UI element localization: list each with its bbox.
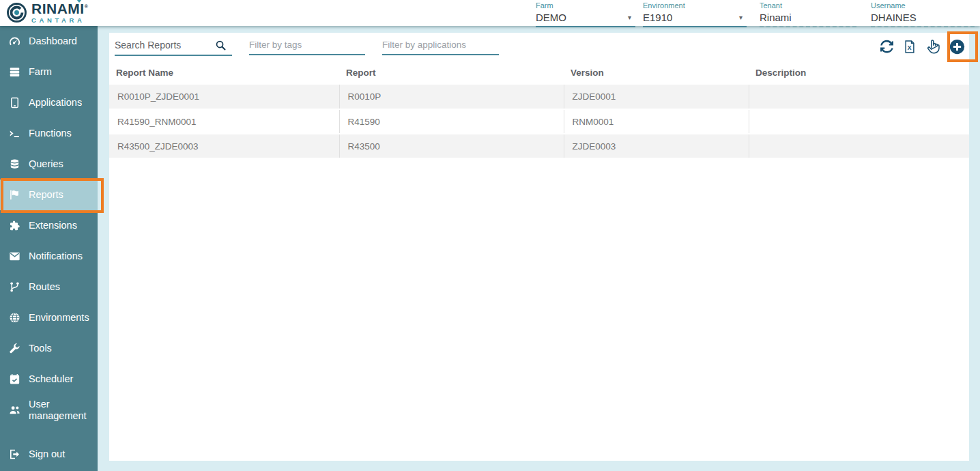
filter-applications-input[interactable] bbox=[382, 37, 499, 54]
sign-out-icon bbox=[8, 448, 23, 461]
table-cell: R0010P_ZJDE0001 bbox=[109, 85, 339, 109]
column-header-report-name: Report Name bbox=[109, 60, 339, 85]
field-label: Tenant bbox=[760, 1, 856, 10]
table-cell: R0010P bbox=[339, 85, 564, 109]
sidebar-item-dashboard[interactable]: Dashboard bbox=[0, 26, 98, 57]
database-icon bbox=[8, 158, 23, 171]
refresh-icon bbox=[879, 39, 895, 55]
table-cell bbox=[749, 109, 969, 134]
dropdown-arrow-icon: ▾ bbox=[739, 14, 745, 21]
header-field-username: Username DHAINES bbox=[871, 1, 975, 27]
terminal-icon bbox=[8, 127, 23, 140]
brand-logo: RINAMI® CANTARA bbox=[5, 1, 88, 24]
header-field-tenant: Tenant Rinami bbox=[760, 1, 856, 27]
field-value: Rinami bbox=[760, 12, 792, 23]
farm-select[interactable]: DEMO ▾ bbox=[536, 10, 635, 27]
reports-table: Report NameReportVersionDescription R001… bbox=[109, 60, 969, 159]
hand-pointer-button[interactable] bbox=[925, 38, 941, 55]
sidebar: Dashboard Farm Applications Functions Qu… bbox=[0, 26, 98, 471]
dropdown-arrow-icon: ▾ bbox=[628, 14, 634, 21]
header-field-farm: Farm DEMO ▾ bbox=[536, 1, 635, 27]
field-label: Farm bbox=[536, 1, 635, 10]
table-row[interactable]: R41590_RNM0001R41590RNM0001 bbox=[109, 109, 969, 134]
sidebar-item-reports[interactable]: Reports bbox=[0, 180, 98, 210]
table-row[interactable]: R0010P_ZJDE0001R0010PZJDE0001 bbox=[109, 85, 969, 109]
field-value: DEMO bbox=[536, 12, 566, 23]
field-label: Environment bbox=[643, 1, 747, 10]
excel-export-icon: X bbox=[902, 39, 917, 55]
brand-logo-icon bbox=[5, 1, 28, 24]
sidebar-item-tools[interactable]: Tools bbox=[0, 333, 98, 364]
filter-tags-field bbox=[249, 37, 365, 55]
field-value: DHAINES bbox=[871, 12, 917, 23]
brand-name: RINAMI® bbox=[31, 1, 88, 16]
sidebar-item-farm[interactable]: Farm bbox=[0, 57, 98, 87]
reports-panel: X Report NameReportVersionDescription R0… bbox=[109, 33, 969, 461]
table-cell: R43500_ZJDE0003 bbox=[109, 134, 339, 158]
table-cell: ZJDE0003 bbox=[564, 134, 749, 158]
sidebar-item-user-management[interactable]: User management bbox=[0, 395, 98, 425]
field-label: Username bbox=[871, 1, 975, 10]
users-icon bbox=[8, 403, 23, 416]
sidebar-nav: Dashboard Farm Applications Functions Qu… bbox=[0, 26, 98, 425]
field-value: E1910 bbox=[643, 12, 672, 23]
top-header: RINAMI® CANTARA Farm DEMO ▾ Environment … bbox=[0, 0, 980, 26]
sidebar-item-routes[interactable]: Routes bbox=[0, 272, 98, 302]
flag-icon bbox=[8, 188, 23, 201]
tablet-icon bbox=[8, 96, 23, 109]
table-cell bbox=[749, 85, 969, 109]
search-input[interactable] bbox=[115, 37, 214, 55]
brand-i-mark-icon bbox=[76, 0, 82, 3]
table-cell: R41590 bbox=[339, 109, 564, 134]
table-cell: ZJDE0001 bbox=[564, 85, 749, 109]
username-value: DHAINES bbox=[871, 10, 975, 27]
table-cell: R43500 bbox=[339, 134, 564, 158]
gauge-icon bbox=[8, 35, 23, 48]
hand-pointer-icon bbox=[925, 38, 941, 55]
environment-select[interactable]: E1910 ▾ bbox=[643, 10, 747, 27]
table-cell bbox=[749, 134, 969, 158]
wrench-icon bbox=[8, 342, 23, 355]
table-row[interactable]: R43500_ZJDE0003R43500ZJDE0003 bbox=[109, 134, 969, 158]
table-cell: R41590_RNM0001 bbox=[109, 109, 339, 134]
puzzle-icon bbox=[8, 219, 23, 232]
search-button[interactable] bbox=[214, 38, 227, 53]
search-field bbox=[115, 37, 232, 56]
tenant-value: Rinami bbox=[760, 10, 856, 27]
filter-tags-input[interactable] bbox=[249, 37, 365, 54]
table-header-row: Report NameReportVersionDescription bbox=[109, 60, 969, 85]
export-excel-button[interactable]: X bbox=[902, 38, 917, 55]
svg-text:X: X bbox=[908, 44, 912, 51]
server-icon bbox=[8, 66, 23, 78]
calendar-check-icon bbox=[8, 373, 23, 386]
sidebar-item-queries[interactable]: Queries bbox=[0, 149, 98, 180]
refresh-button[interactable] bbox=[879, 38, 895, 55]
sidebar-item-extensions[interactable]: Extensions bbox=[0, 210, 98, 241]
sidebar-item-functions[interactable]: Functions bbox=[0, 118, 98, 149]
sidebar-item-applications[interactable]: Applications bbox=[0, 87, 98, 118]
column-header-description: Description bbox=[749, 60, 969, 85]
table-cell: RNM0001 bbox=[564, 109, 749, 134]
sidebar-item-environments[interactable]: Environments bbox=[0, 302, 98, 333]
reports-toolbar: X bbox=[109, 33, 969, 60]
add-report-button[interactable] bbox=[949, 38, 966, 55]
brand-subname: CANTARA bbox=[31, 17, 88, 24]
sidebar-item-notifications[interactable]: Notifications bbox=[0, 241, 98, 272]
add-icon bbox=[949, 38, 966, 55]
column-header-report: Report bbox=[339, 60, 564, 85]
sidebar-item-scheduler[interactable]: Scheduler bbox=[0, 364, 98, 395]
column-header-version: Version bbox=[564, 60, 749, 85]
search-icon bbox=[214, 39, 227, 52]
branch-icon bbox=[8, 281, 23, 294]
header-field-environment: Environment E1910 ▾ bbox=[643, 1, 747, 27]
toolbar-actions: X bbox=[879, 38, 966, 55]
envelope-icon bbox=[8, 250, 23, 263]
globe-icon bbox=[8, 311, 23, 324]
sidebar-item-sign-out[interactable]: Sign out bbox=[0, 439, 98, 470]
filter-applications-field bbox=[382, 37, 499, 55]
